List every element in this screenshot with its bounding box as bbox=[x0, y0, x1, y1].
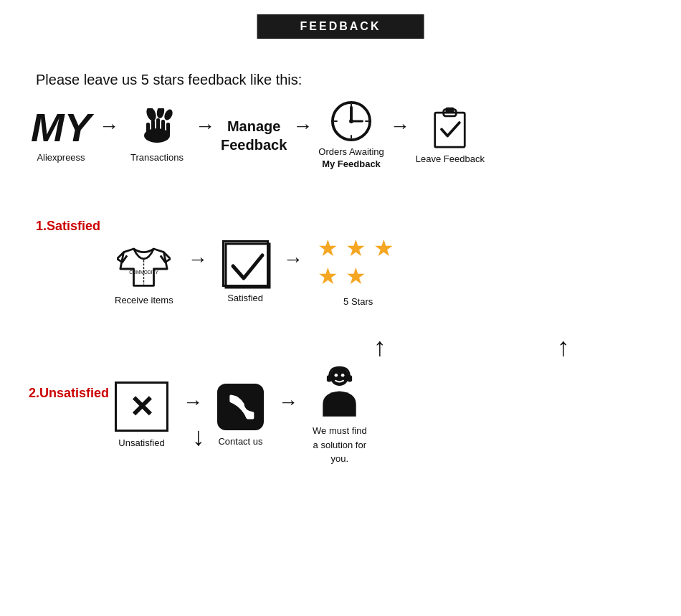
arrow-4: → bbox=[390, 115, 410, 138]
receive-items-label: Receive items bbox=[115, 295, 173, 305]
sweater-icon: COMMODITY bbox=[117, 239, 171, 289]
star-5: ★ bbox=[346, 265, 371, 290]
contact-us-label: Contact us bbox=[218, 436, 262, 447]
header-title: FEEDBACK bbox=[300, 20, 381, 32]
svg-rect-2 bbox=[151, 120, 155, 137]
manage-feedback-icon: ManageFeedback bbox=[221, 117, 287, 154]
step-manage-feedback: ManageFeedback bbox=[221, 117, 287, 154]
up-arrow-contact: ↑ bbox=[373, 332, 386, 362]
svg-rect-4 bbox=[161, 120, 165, 136]
unsatisfied-section: ↓ 2.Unsatisfied ↑ ↑ ✕ Unsatisfied → bbox=[29, 364, 667, 466]
stars-display: ★ ★ ★ ★ ★ bbox=[318, 237, 399, 290]
solution-label: We must finda solution foryou. bbox=[313, 424, 367, 466]
svg-rect-5 bbox=[166, 123, 170, 136]
person-icon bbox=[316, 364, 363, 418]
my-icon: MY bbox=[31, 108, 91, 148]
star-2: ★ bbox=[346, 237, 371, 262]
unsatisfied-label: Unsatisfied bbox=[118, 437, 164, 448]
up-arrow-person: ↑ bbox=[557, 332, 570, 362]
step-transactions: Transactions bbox=[125, 108, 189, 163]
star-1: ★ bbox=[318, 237, 343, 262]
contact-us-item: Contact us bbox=[217, 384, 264, 447]
arrow-2: → bbox=[195, 115, 215, 138]
receive-items-item: COMMODITY Receive items bbox=[115, 239, 173, 305]
aliexpress-label: Aliexpreess bbox=[37, 152, 85, 163]
flow-arrow-2: → bbox=[283, 248, 303, 271]
transactions-icon bbox=[135, 108, 178, 148]
step-leave-feedback: Leave Feedback bbox=[416, 106, 485, 164]
svg-rect-17 bbox=[435, 113, 465, 148]
unsatisfied-item: ✕ Unsatisfied bbox=[115, 382, 168, 448]
unsatisfied-section-label: 2.Unsatisfied bbox=[29, 386, 109, 401]
satisfied-section-label: 1.Satisfied bbox=[36, 219, 100, 234]
svg-rect-26 bbox=[327, 375, 332, 382]
satisfied-label: Satisfied bbox=[227, 293, 263, 303]
svg-point-7 bbox=[156, 108, 166, 119]
phone-icon bbox=[217, 384, 264, 430]
x-box-icon: ✕ bbox=[115, 382, 168, 432]
satisfied-row: COMMODITY Receive items → Satisfied → bbox=[115, 237, 667, 307]
orders-awaiting-label: Orders AwaitingMy Feedback bbox=[318, 146, 384, 171]
flow-arrow-4: → bbox=[278, 391, 298, 414]
page-wrapper: FEEDBACK Please leave us 5 stars feedbac… bbox=[0, 0, 681, 616]
down-arrow: ↓ bbox=[192, 422, 205, 452]
arrow-3: → bbox=[292, 115, 313, 138]
satisfied-item: Satisfied bbox=[222, 240, 269, 303]
svg-rect-1 bbox=[146, 123, 150, 137]
flow-area: COMMODITY Receive items → Satisfied → bbox=[29, 237, 667, 466]
step-aliexpress: MY Aliexpreess bbox=[29, 108, 93, 163]
svg-rect-3 bbox=[156, 118, 160, 137]
svg-point-24 bbox=[335, 374, 338, 377]
transactions-label: Transactions bbox=[130, 152, 184, 163]
solution-item: We must finda solution foryou. bbox=[313, 364, 367, 466]
clock-icon bbox=[330, 100, 372, 142]
svg-point-8 bbox=[163, 108, 174, 121]
flow-arrow-1: → bbox=[188, 248, 208, 271]
clipboard-icon bbox=[430, 106, 470, 149]
page-header: FEEDBACK bbox=[257, 14, 424, 39]
star-4: ★ bbox=[318, 265, 343, 290]
intro-text: Please leave us 5 stars feedback like th… bbox=[36, 72, 302, 88]
steps-row: MY Aliexpreess → bbox=[29, 100, 667, 171]
svg-point-6 bbox=[145, 108, 158, 122]
flow-arrow-3: → bbox=[183, 391, 203, 414]
checkmark-icon bbox=[222, 240, 269, 287]
svg-rect-19 bbox=[446, 108, 454, 113]
five-stars-label: 5 Stars bbox=[343, 296, 373, 307]
svg-rect-27 bbox=[348, 375, 353, 382]
five-stars-item: ★ ★ ★ ★ ★ 5 Stars bbox=[318, 237, 399, 307]
step-orders-awaiting: Orders AwaitingMy Feedback bbox=[318, 100, 384, 171]
svg-point-25 bbox=[341, 374, 345, 377]
star-3: ★ bbox=[373, 237, 399, 262]
leave-feedback-label: Leave Feedback bbox=[416, 153, 485, 164]
arrow-1: → bbox=[99, 115, 119, 138]
